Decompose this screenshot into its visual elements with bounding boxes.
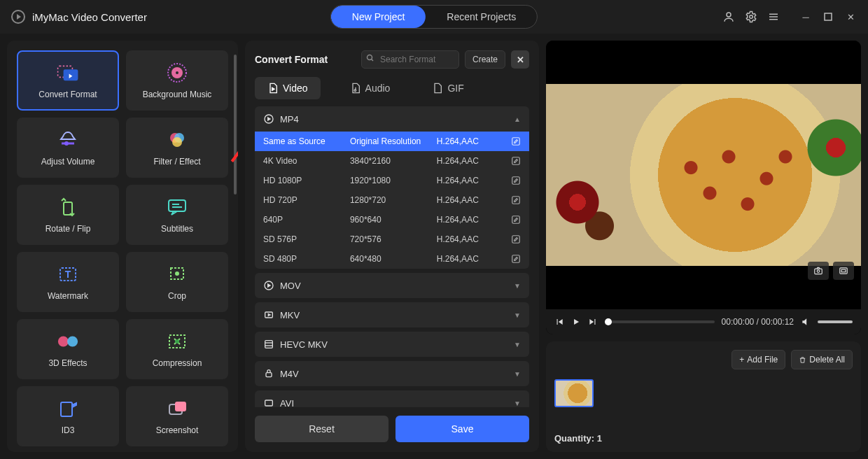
svg-point-26 [67,336,78,346]
chevron-down-icon: ▼ [514,341,521,348]
tab-video-label: Video [283,83,308,94]
format-group-mov: MOV▼ [255,273,529,298]
fullscreen-button[interactable] [833,262,854,280]
close-window-icon[interactable]: ✕ [844,10,857,23]
format-name: Same as Source [263,136,347,146]
account-icon[interactable] [722,10,735,23]
format-resolution: 1920*1080 [350,176,434,185]
edit-preset-icon[interactable] [511,234,521,244]
format-group-header[interactable]: MP4▲ [255,106,529,132]
tool-card-filter-effect[interactable]: Filter / Effect [126,118,228,178]
prev-frame-button[interactable] [554,317,564,327]
tool-card-rotate-flip[interactable]: Rotate / Flip [17,185,119,245]
svg-rect-45 [265,341,273,348]
svg-rect-31 [175,402,186,411]
tab-video[interactable]: Video [255,77,321,99]
tab-gif[interactable]: GIF [419,77,476,99]
volume-bar[interactable] [818,320,853,323]
svg-rect-29 [61,402,72,416]
delete-all-button[interactable]: Delete All [791,350,853,369]
settings-icon[interactable] [745,10,757,23]
search-icon [366,54,374,62]
tool-card-background-music[interactable]: Background Music [126,50,228,111]
recent-projects-button[interactable]: Recent Projects [426,6,537,28]
tool-label: Subtitles [161,224,193,234]
tool-label: Compression [153,358,202,368]
edit-preset-icon[interactable] [511,215,521,225]
tool-icon [57,196,79,218]
queue-thumbnail[interactable] [554,379,594,407]
search-format-wrap [361,50,459,69]
tool-card-convert-format[interactable]: Convert Format [17,50,119,111]
search-format-input[interactable] [361,50,459,69]
format-group-header[interactable]: HEVC MKV▼ [255,332,529,357]
tool-card-id3[interactable]: ID3 [17,386,119,446]
create-button[interactable]: Create [465,50,505,69]
svg-rect-39 [512,197,520,204]
maximize-icon[interactable] [822,10,834,23]
format-row[interactable]: 640P960*640H.264,AAC [255,210,529,230]
svg-rect-38 [512,177,520,185]
tab-audio[interactable]: Audio [337,77,403,99]
tool-icon [57,62,79,84]
project-segmented-control: New Project Recent Projects [330,5,538,29]
audio-file-icon [350,83,361,94]
tool-card-screenshot[interactable]: Screenshot [126,386,228,446]
svg-rect-8 [64,69,78,80]
close-panel-button[interactable]: ✕ [511,50,529,69]
tool-icon: T [57,263,79,285]
format-row[interactable]: Same as SourceOriginal ResolutionH.264,A… [255,132,529,151]
new-project-button[interactable]: New Project [331,6,426,28]
volume-icon[interactable] [801,317,811,327]
tool-icon [166,129,188,151]
format-group-header[interactable]: MKV▼ [255,302,529,327]
trash-icon [799,356,806,364]
titlebar-right-icons: ─ ✕ [722,10,857,23]
play-button[interactable] [571,317,581,327]
sidebar-scrollbar[interactable] [234,55,237,195]
format-codec: H.264,AAC [437,176,501,185]
reset-button[interactable]: Reset [255,416,388,442]
format-group-header[interactable]: AVI▼ [255,390,529,407]
format-codec: H.264,AAC [437,156,501,166]
tool-icon [166,196,188,218]
format-row[interactable]: HD 720P1280*720H.264,AAC [255,190,529,210]
format-row[interactable]: HD 1080P1920*1080H.264,AAC [255,171,529,190]
format-group-header[interactable]: M4V▼ [255,361,529,386]
svg-rect-40 [512,216,520,224]
edit-preset-icon[interactable] [511,254,521,264]
format-group-header[interactable]: MOV▼ [255,273,529,298]
tool-card-adjust-volume[interactable]: Adjust Volume [17,118,119,178]
chevron-down-icon: ▼ [514,370,521,378]
edit-preset-icon[interactable] [511,195,521,205]
format-row[interactable]: 4K Video3840*2160H.264,AAC [255,151,529,171]
format-codec: H.264,AAC [437,254,501,264]
svg-point-13 [64,141,69,146]
svg-rect-41 [512,236,520,243]
video-preview: 00:00:00 / 00:00:12 [546,41,861,334]
tool-card-3d-effects[interactable]: 3D Effects [17,319,119,379]
tool-card-watermark[interactable]: TWatermark [17,252,119,312]
format-group-m4v: M4V▼ [255,361,529,386]
minimize-icon[interactable]: ─ [799,10,812,23]
snapshot-button[interactable] [808,262,829,280]
add-file-button[interactable]: +Add File [732,350,785,369]
tool-card-subtitles[interactable]: Subtitles [126,185,228,245]
edit-preset-icon[interactable] [511,136,521,146]
time-display: 00:00:00 / 00:00:12 [722,317,794,327]
tool-card-crop[interactable]: Crop [126,252,228,312]
svg-point-28 [175,339,179,344]
menu-icon[interactable] [767,10,780,23]
next-frame-button[interactable] [588,317,598,327]
video-canvas[interactable] [546,41,861,309]
format-type-icon [263,309,274,320]
seek-bar[interactable] [605,320,715,323]
tool-card-compression[interactable]: Compression [126,319,228,379]
svg-point-32 [367,55,372,60]
edit-preset-icon[interactable] [511,156,521,166]
save-button[interactable]: Save [396,416,529,442]
format-row[interactable]: SD 480P640*480H.264,AAC [255,249,529,269]
edit-preset-icon[interactable] [511,176,521,185]
svg-rect-37 [512,157,520,165]
format-row[interactable]: SD 576P720*576H.264,AAC [255,230,529,249]
